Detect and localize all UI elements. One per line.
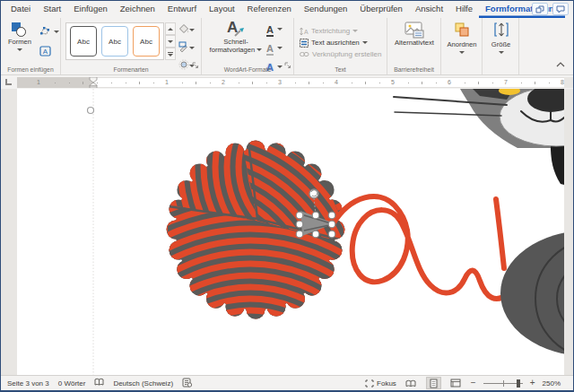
ruler-tick: [309, 82, 309, 84]
cat-paw[interactable]: [500, 231, 564, 358]
ruler-tick: [239, 83, 239, 83]
yarn-ball-drawing[interactable]: [17, 89, 538, 378]
link-icon: [300, 50, 309, 58]
anordnen-button[interactable]: Anordnen: [444, 22, 480, 54]
indent-markers[interactable]: [88, 77, 99, 88]
pen-outline-icon: [178, 41, 189, 52]
group-wordart-formate: A Schnell- formatvorlagen A A A WordArt-…: [202, 18, 294, 74]
chevron-down-icon: [189, 29, 195, 31]
ruler-number: 3: [278, 79, 282, 85]
textrichtung-button[interactable]: A Textrichtung: [300, 25, 358, 37]
gallery-more-button[interactable]: [165, 48, 176, 60]
textbox-button[interactable]: A: [39, 44, 59, 60]
collapse-ribbon-button[interactable]: [556, 55, 565, 71]
ruler-tick: [478, 82, 479, 84]
focus-icon: [365, 379, 374, 388]
chevron-down-icon: [362, 41, 368, 44]
comments-button[interactable]: [552, 3, 569, 15]
arrange-icon: [454, 22, 470, 41]
ruler-tick: [465, 83, 465, 83]
proofing-button[interactable]: [94, 378, 104, 388]
ruler-tick: [182, 83, 183, 83]
tab-sendungen[interactable]: Sendungen: [298, 1, 354, 18]
word-window: Datei Start Einfügen Zeichnen Entwurf La…: [0, 0, 574, 392]
edit-points-button[interactable]: [39, 23, 59, 39]
tab-start[interactable]: Start: [37, 1, 67, 18]
tab-ansicht[interactable]: Ansicht: [409, 1, 449, 18]
tab-datei[interactable]: Datei: [4, 1, 37, 18]
document-page[interactable]: [17, 89, 564, 378]
shape-style-1[interactable]: Abc: [70, 26, 97, 57]
text-outline-button[interactable]: A: [266, 39, 283, 56]
chevron-down-icon: [277, 28, 283, 30]
chevron-down-icon: [352, 30, 358, 32]
ruler-tick: [521, 83, 522, 83]
editor-button[interactable]: [182, 378, 192, 389]
shape-style-2[interactable]: Abc: [101, 26, 128, 57]
text-fill-icon: A: [266, 24, 274, 37]
page-indicator[interactable]: Seite 3 von 3: [7, 379, 49, 388]
ruler-tick: [379, 83, 380, 83]
ruler-tick: [535, 82, 535, 84]
ruler-margin-number: 1: [37, 79, 40, 85]
chevron-down-icon: [459, 51, 465, 54]
ruler-tick: [153, 83, 154, 83]
text-fill-button[interactable]: A: [266, 21, 283, 37]
horizontal-ruler[interactable]: 1 12345678: [17, 77, 573, 88]
language-indicator[interactable]: Deutsch (Schweiz): [113, 379, 173, 388]
share-button[interactable]: [532, 3, 548, 15]
zoom-out-button[interactable]: −: [471, 379, 476, 388]
shape-fill-button[interactable]: [178, 22, 195, 38]
gallery-down-button[interactable]: [165, 35, 176, 48]
ruler-tick: [111, 83, 112, 83]
status-bar: Seite 3 von 3 0 Wörter Deutsch (Schweiz)…: [1, 375, 573, 390]
size-icon: [494, 22, 509, 41]
zoom-slider-thumb[interactable]: [517, 379, 520, 388]
formen-button[interactable]: Formen: [4, 22, 36, 51]
alternativtext-button[interactable]: Alternativtext: [392, 22, 437, 48]
tab-stop-selector[interactable]: [1, 75, 17, 89]
horizontal-ruler-bar: 1 12345678: [1, 75, 573, 89]
read-mode-icon: [405, 379, 416, 388]
print-layout-button[interactable]: [426, 377, 441, 389]
tab-zeichnen[interactable]: Zeichnen: [114, 1, 161, 18]
ribbon-tab-bar: Datei Start Einfügen Zeichnen Entwurf La…: [1, 1, 573, 18]
tab-referenzen[interactable]: Referenzen: [241, 1, 298, 18]
zoom-slider[interactable]: [483, 377, 523, 389]
text-ausrichten-button[interactable]: Text ausrichten: [300, 37, 368, 48]
ruler-number: 7: [504, 79, 508, 85]
text-direction-icon: A: [300, 27, 309, 36]
chevron-up-icon: [556, 62, 565, 67]
groesse-button[interactable]: Größe: [485, 22, 517, 54]
formenarten-dialog-launcher[interactable]: [192, 57, 199, 73]
shape-outline-button[interactable]: [178, 39, 195, 56]
word-count[interactable]: 0 Wörter: [58, 379, 86, 388]
ruler-tick: [210, 83, 211, 83]
zoom-in-button[interactable]: +: [530, 379, 535, 388]
verknuepfung-button[interactable]: Verknüpfung erstellen: [300, 48, 381, 60]
group-formen-einfuegen: Formen A Formen einfügen: [1, 18, 61, 74]
chevron-down-icon: [257, 48, 262, 51]
text-outline-icon: A: [266, 43, 274, 56]
tab-ueberpruefen[interactable]: Überprüfen: [353, 1, 409, 18]
web-layout-icon: [450, 379, 461, 388]
share-icon: [535, 5, 544, 13]
focus-button[interactable]: Fokus: [365, 379, 396, 388]
ruler-tick: [295, 83, 296, 83]
ruler-tick: [549, 83, 550, 83]
tab-einfuegen[interactable]: Einfügen: [67, 1, 114, 18]
quick-styles-button[interactable]: A Schnell- formatvorlagen: [209, 21, 263, 54]
cat-drawing[interactable]: [394, 89, 564, 185]
shape-style-3[interactable]: Abc: [133, 26, 160, 57]
web-layout-button[interactable]: [448, 377, 464, 389]
read-mode-button[interactable]: [404, 377, 419, 389]
gallery-up-button[interactable]: [165, 22, 176, 35]
zoom-level[interactable]: 250%: [543, 379, 561, 388]
tab-entwurf[interactable]: Entwurf: [161, 1, 203, 18]
tab-layout[interactable]: Layout: [203, 1, 241, 18]
ruler-number: 6: [448, 79, 451, 85]
wordart-dialog-launcher[interactable]: [284, 57, 291, 73]
tab-hilfe[interactable]: Hilfe: [449, 1, 479, 18]
ruler-tick: [139, 82, 140, 84]
ruler-tick: [323, 83, 324, 83]
